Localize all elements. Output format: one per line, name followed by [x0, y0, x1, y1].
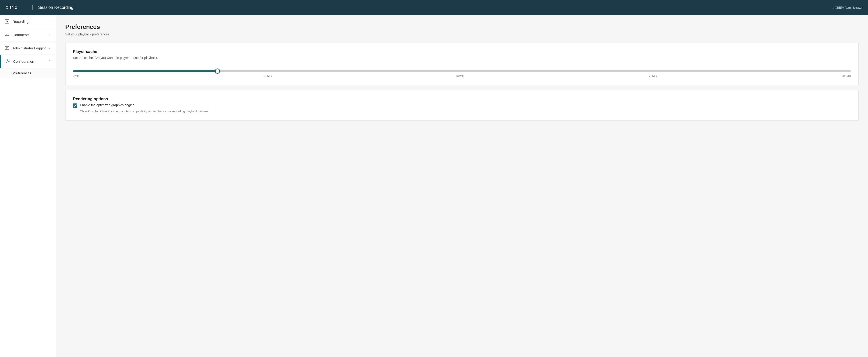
sidebar-item-comments[interactable]: Comments ⌄ [0, 28, 56, 41]
app-header: citrix | Session Recording hi XBEP\ Admi… [0, 0, 868, 15]
page-subtitle: Set your playback preferences. [65, 32, 859, 36]
comments-label: Comments [12, 33, 30, 37]
recordings-chevron: ⌄ [49, 20, 51, 23]
graphics-engine-label: Enable the optimized graphics engine [80, 103, 134, 107]
rendering-options-title: Rendering options [73, 97, 851, 101]
slider-label-20mb: 20MB [264, 74, 272, 77]
app-title: Session Recording [38, 5, 73, 10]
rendering-options-card: Rendering options Enable the optimized g… [65, 90, 859, 121]
cache-slider-container: 2MB 20MB 50MB 70MB 100MB [73, 66, 851, 77]
cache-size-slider[interactable] [73, 70, 851, 72]
comments-left: Comments [5, 32, 30, 37]
page-title: Preferences [65, 23, 859, 31]
header-user-info: hi XBEP\ Administrator [832, 6, 862, 9]
admin-chevron: ⌄ [49, 46, 51, 50]
slider-labels: 2MB 20MB 50MB 70MB 100MB [73, 74, 851, 77]
citrix-svg-logo: citrix [6, 4, 27, 11]
sidebar-item-configuration[interactable]: Configuration ⌃ [0, 55, 56, 68]
sidebar: Recordings ⌄ Comments ⌄ [0, 15, 56, 357]
preferences-sub-label: Preferences [12, 71, 31, 75]
sidebar-item-preferences[interactable]: Preferences [0, 68, 56, 78]
slider-label-100mb: 100MB [841, 74, 851, 77]
admin-logging-label: Administrator Logging [12, 46, 46, 50]
svg-marker-2 [6, 21, 8, 22]
admin-left: Administrator Logging [5, 46, 46, 50]
config-left: Configuration [5, 59, 34, 64]
player-cache-desc: Set the cache size you want the player t… [73, 56, 851, 60]
user-greeting: hi [832, 6, 834, 9]
app-layout: Recordings ⌄ Comments ⌄ [0, 15, 868, 357]
svg-point-10 [7, 61, 8, 62]
citrix-wordmark: citrix [6, 4, 27, 11]
player-cache-title: Player cache [73, 50, 851, 54]
svg-text:citrix: citrix [6, 4, 18, 10]
config-chevron: ⌃ [49, 60, 51, 63]
play-icon [5, 19, 9, 24]
sidebar-item-recordings[interactable]: Recordings ⌄ [0, 15, 56, 28]
sidebar-item-admin-logging[interactable]: Administrator Logging ⌄ [0, 41, 56, 55]
graphics-engine-checkbox[interactable] [73, 103, 77, 108]
user-name: XBEP\ Administrator [835, 6, 862, 9]
admin-icon [5, 46, 9, 50]
svg-rect-3 [5, 33, 9, 36]
recordings-left: Recordings [5, 19, 30, 24]
configuration-label: Configuration [13, 59, 34, 63]
gear-icon [5, 59, 10, 64]
brand-container: citrix | Session Recording [6, 4, 73, 11]
slider-label-70mb: 70MB [649, 74, 657, 77]
slider-label-50mb: 50MB [456, 74, 464, 77]
comment-icon [5, 32, 9, 37]
citrix-logo: citrix [6, 4, 27, 11]
player-cache-card: Player cache Set the cache size you want… [65, 43, 859, 85]
comments-chevron: ⌄ [49, 33, 51, 36]
header-divider: | [32, 4, 33, 10]
graphics-engine-row: Enable the optimized graphics engine [73, 103, 851, 108]
main-content: Preferences Set your playback preference… [56, 15, 868, 357]
slider-label-2mb: 2MB [73, 74, 79, 77]
graphics-engine-help: Clear this check box if you encounter co… [80, 109, 851, 113]
recordings-label: Recordings [12, 20, 30, 24]
